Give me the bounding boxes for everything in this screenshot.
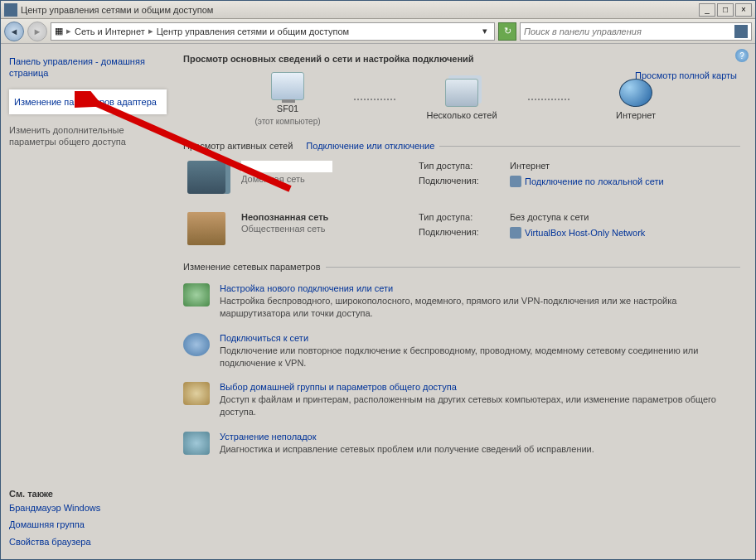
chevron-right-icon: ▸ xyxy=(66,26,71,36)
new-connection-icon xyxy=(183,283,210,307)
refresh-button[interactable]: ↻ xyxy=(498,22,516,41)
connect-network-icon xyxy=(183,333,210,356)
task-link[interactable]: Устранение неполадок xyxy=(220,432,740,442)
multiple-networks-icon xyxy=(445,79,478,107)
connect-disconnect-link[interactable]: Подключение или отключение xyxy=(298,141,434,151)
computer-icon xyxy=(271,72,304,100)
chevron-right-icon: ▸ xyxy=(148,26,153,36)
close-button[interactable]: × xyxy=(735,3,752,17)
map-node-label: SF01 xyxy=(277,104,298,113)
see-also-header: См. также xyxy=(9,489,167,499)
breadcrumb[interactable]: ▦ ▸ Сеть и Интернет ▸ Центр управления с… xyxy=(51,22,495,41)
homegroup-icon xyxy=(183,382,210,405)
search-icon[interactable] xyxy=(734,25,748,38)
task-description: Доступ к файлам и принтерам, расположенн… xyxy=(220,393,740,418)
change-settings-header: Изменение сетевых параметров xyxy=(183,262,740,272)
access-type-label: Тип доступа: xyxy=(419,212,502,222)
task-homegroup: Выбор домашней группы и параметров общег… xyxy=(183,375,740,425)
see-also-homegroup[interactable]: Домашняя группа xyxy=(9,519,167,530)
nic-icon xyxy=(510,176,521,187)
map-node-sub: (этот компьютер) xyxy=(254,117,320,126)
page-heading: Просмотр основных сведений о сети и наст… xyxy=(183,54,740,64)
breadcrumb-dropdown[interactable]: ▾ xyxy=(479,26,491,36)
public-network-icon xyxy=(187,212,225,245)
access-type-value: Интернет xyxy=(510,161,550,171)
map-node-networks: Несколько сетей xyxy=(412,79,511,120)
map-node-internet: Интернет xyxy=(586,79,686,120)
map-node-label: Интернет xyxy=(616,110,656,120)
network-name: Неопознанная сеть xyxy=(241,212,407,222)
nic-icon xyxy=(510,227,521,239)
sidebar-home-link[interactable]: Панель управления - домашняя страница xyxy=(9,56,167,80)
help-icon[interactable]: ? xyxy=(735,49,749,62)
task-new-connection: Настройка нового подключения или сети На… xyxy=(183,277,740,326)
task-description: Подключение или повторное подключение к … xyxy=(220,345,740,369)
active-networks-header: Просмотр активных сетей Подключение или … xyxy=(183,141,740,151)
network-entry-unidentified: Неопознанная сеть Общественная сеть Тип … xyxy=(183,205,740,257)
window-title: Центр управления сетями и общим доступом xyxy=(21,5,699,15)
task-list: Настройка нового подключения или сети На… xyxy=(183,277,740,462)
cp-icon: ▦ xyxy=(55,26,63,36)
network-type: Доменная сеть xyxy=(241,174,407,184)
troubleshoot-icon xyxy=(183,432,210,455)
task-troubleshoot: Устранение неполадок Диагностика и испра… xyxy=(183,425,740,462)
connections-label: Подключения: xyxy=(419,227,502,239)
forward-button[interactable]: ► xyxy=(27,22,47,41)
map-node-this-pc: SF01 (этот компьютер) xyxy=(238,72,337,126)
app-icon xyxy=(4,3,17,17)
task-description: Настройка беспроводного, широкополосного… xyxy=(220,295,740,320)
full-map-link[interactable]: Просмотр полной карты xyxy=(635,70,737,80)
map-node-label: Несколько сетей xyxy=(426,110,497,120)
search-box[interactable] xyxy=(520,22,752,41)
search-input[interactable] xyxy=(524,27,734,36)
minimize-button[interactable]: _ xyxy=(699,3,715,17)
redacted-network-name xyxy=(241,161,332,172)
sidebar-adapter-settings-link[interactable]: Изменение параметров адаптера xyxy=(9,89,167,114)
sidebar-advanced-sharing-link[interactable]: Изменить дополнительные параметры общего… xyxy=(9,124,167,148)
nav-toolbar: ◄ ► ▦ ▸ Сеть и Интернет ▸ Центр управлен… xyxy=(1,19,755,44)
task-connect-network: Подключиться к сети Подключение или повт… xyxy=(183,326,740,376)
connections-label: Подключения: xyxy=(419,176,502,187)
connection-link[interactable]: VirtualBox Host-Only Network xyxy=(510,227,645,239)
sidebar: Панель управления - домашняя страница Из… xyxy=(1,44,175,559)
task-link[interactable]: Выбор домашней группы и параметров общег… xyxy=(220,382,740,392)
task-description: Диагностика и исправление сетевых пробле… xyxy=(220,443,740,456)
see-also-firewall[interactable]: Брандмауэр Windows xyxy=(9,502,167,514)
access-type-value: Без доступа к сети xyxy=(510,212,589,222)
back-button[interactable]: ◄ xyxy=(4,22,24,41)
access-type-label: Тип доступа: xyxy=(419,161,502,171)
main-content: ? Просмотр основных сведений о сети и на… xyxy=(175,44,755,559)
globe-icon xyxy=(619,79,652,107)
breadcrumb-segment[interactable]: Сеть и Интернет xyxy=(75,27,145,36)
network-entry-domain: Доменная сеть Тип доступа: Интернет Подк… xyxy=(183,154,740,205)
breadcrumb-segment[interactable]: Центр управления сетями и общим доступом xyxy=(157,27,349,36)
network-type: Общественная сеть xyxy=(241,224,407,234)
see-also-browser[interactable]: Свойства браузера xyxy=(9,536,167,548)
titlebar: Центр управления сетями и общим доступом… xyxy=(1,1,755,19)
task-link[interactable]: Настройка нового подключения или сети xyxy=(220,283,740,293)
domain-network-icon xyxy=(187,161,225,194)
task-link[interactable]: Подключиться к сети xyxy=(220,333,740,343)
map-connector xyxy=(354,99,395,100)
connection-link[interactable]: Подключение по локальной сети xyxy=(510,176,664,187)
maximize-button[interactable]: □ xyxy=(717,3,734,17)
map-connector xyxy=(528,99,569,100)
